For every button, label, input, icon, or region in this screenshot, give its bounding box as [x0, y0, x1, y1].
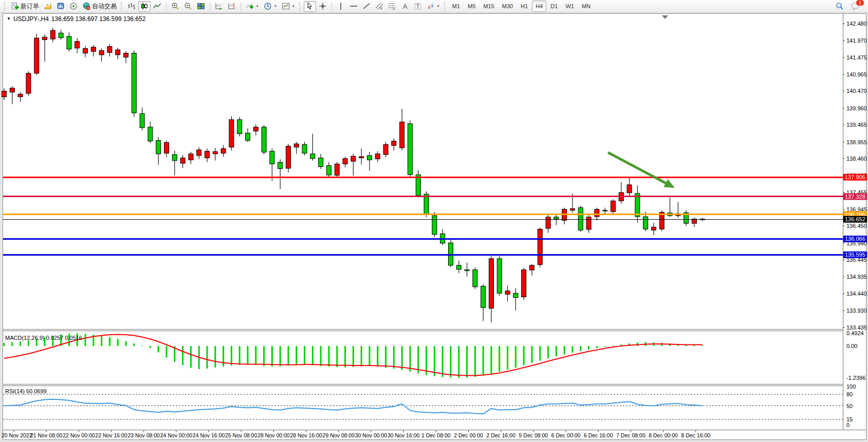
price-tick-label: 133.930 [846, 308, 867, 314]
chart-symbol-period: USDJPY-,H4 [13, 15, 49, 23]
candle-down [67, 36, 71, 49]
timeframe-button-m15[interactable]: M15 [479, 1, 497, 12]
macd-histogram-bar [263, 346, 265, 366]
macd-histogram-bar [239, 346, 241, 365]
candle-up [10, 88, 14, 92]
candle-down [432, 216, 437, 235]
macd-histogram-bar [247, 346, 249, 364]
symbol-dropdown-icon[interactable]: ▼ [7, 17, 11, 21]
timeframe-button-m1[interactable]: M1 [449, 1, 464, 12]
channel-tool-button[interactable]: E [373, 1, 385, 12]
fibonacci-tool-button[interactable]: F [386, 1, 398, 12]
candle-up [652, 227, 656, 230]
horizontal-line-tool-button[interactable] [347, 1, 360, 12]
timeframe-button-m30[interactable]: M30 [498, 1, 516, 12]
crosshair-tool-button[interactable] [317, 1, 329, 12]
text-label-tool-button[interactable]: T [412, 1, 424, 12]
macd-histogram-bar [385, 346, 386, 368]
new-order-button[interactable]: 新订单 [9, 1, 41, 12]
autotrade-button[interactable]: 自动交易 [80, 1, 119, 12]
price-badge-label: 135.595 [845, 252, 865, 258]
candle-chart-button[interactable] [138, 1, 151, 12]
trendline-tool-button[interactable] [360, 1, 373, 12]
market-depth-button[interactable] [54, 1, 67, 12]
candle-up [392, 141, 396, 146]
macd-histogram-bar [214, 346, 216, 368]
macd-histogram-bar [588, 346, 589, 350]
price-tick-label: 140.965 [846, 71, 867, 78]
timeframe-group: M1M5M15M30H1H4D1W1MN [449, 1, 594, 12]
tile-windows-button[interactable] [195, 1, 207, 12]
chevron-down-icon: ▼ [274, 5, 277, 8]
timeframe-button-h4[interactable]: H4 [532, 1, 546, 12]
macd-histogram-bar [280, 346, 281, 367]
indicators-icon [246, 2, 254, 10]
macd-histogram-bar [515, 346, 516, 368]
main-toolbar: 新订单 自动交易 ▼ ▼ ▼ E F A T ▼ M1M5M15M30H1H4D… [0, 0, 868, 13]
candle-down [497, 259, 502, 293]
templates-button[interactable]: ▼ [280, 1, 297, 12]
search-button[interactable] [834, 1, 846, 12]
timeframe-button-m5[interactable]: M5 [464, 1, 479, 12]
timeframe-button-w1[interactable]: W1 [562, 1, 578, 12]
line-chart-button[interactable] [151, 1, 163, 12]
timeframe-button-h1[interactable]: H1 [517, 1, 531, 12]
search-icon [836, 2, 844, 10]
zoom-in-button[interactable] [169, 1, 181, 12]
svg-text:E: E [380, 7, 382, 10]
signals-button[interactable] [67, 1, 80, 12]
market-watch-button[interactable] [42, 1, 54, 12]
chart-shift-icon [228, 2, 236, 10]
macd-histogram-bar [572, 346, 574, 353]
timeframe-button-d1[interactable]: D1 [547, 1, 561, 12]
chat-button[interactable]: 1 [849, 1, 862, 12]
candle-up [611, 201, 616, 212]
macd-histogram-bar [4, 343, 5, 346]
candle-up [189, 154, 193, 160]
macd-histogram-bar [580, 346, 581, 351]
arrows-icon [427, 2, 435, 10]
candle-up [164, 143, 169, 153]
rsi-axis-label: 0 [846, 422, 849, 428]
candle-down [465, 270, 469, 271]
time-tick-label: 7 Dec 08:00 [616, 432, 645, 438]
macd-histogram-bar [336, 346, 338, 367]
time-tick-label: 29 Nov 08:00 [323, 432, 355, 438]
time-tick-label: 24 Nov 16:00 [193, 432, 225, 438]
chart-canvas[interactable]: 142.480141.970141.475140.965140.470139.9… [0, 13, 868, 442]
macd-histogram-bar [328, 346, 330, 367]
macd-histogram-bar [296, 346, 297, 365]
macd-histogram-bar [393, 346, 395, 369]
periods-button[interactable]: ▼ [262, 1, 279, 12]
time-tick-label: 21 Nov 08:00 [30, 432, 63, 438]
candle-up [375, 154, 380, 159]
cursor-tool-button[interactable] [304, 1, 316, 12]
candle-down [643, 217, 648, 229]
candle-down [59, 33, 63, 37]
time-tick-label: 8 Dec 00:00 [649, 432, 678, 438]
time-tick-label: 30 Nov 00:00 [355, 432, 387, 438]
new-order-label: 新订单 [21, 2, 39, 11]
auto-scroll-button[interactable] [213, 1, 225, 12]
price-tick-label: 141.475 [846, 54, 867, 61]
price-tick-label: 140.470 [846, 88, 867, 94]
arrows-tool-button[interactable]: ▼ [424, 1, 442, 12]
autotrade-icon [82, 2, 90, 10]
candle-up [335, 164, 339, 175]
candle-down [278, 162, 283, 168]
zoom-out-button[interactable] [182, 1, 194, 12]
tile-windows-icon [197, 2, 205, 10]
toolbar-separator [241, 2, 241, 11]
vertical-line-tool-button[interactable] [335, 1, 347, 12]
indicators-button[interactable]: ▼ [244, 1, 261, 12]
macd-histogram-bar [304, 346, 305, 365]
chart-shift-button[interactable] [226, 1, 238, 12]
candle-up [595, 209, 599, 217]
bar-chart-button[interactable] [125, 1, 138, 12]
timeframe-button-mn[interactable]: MN [578, 1, 594, 12]
chevron-down-icon: ▼ [256, 5, 259, 8]
text-tool-button[interactable]: A [399, 1, 411, 12]
macd-axis-label: -1.2396 [846, 375, 865, 381]
toolbar-separator [210, 2, 210, 11]
line-chart-icon [153, 2, 161, 10]
